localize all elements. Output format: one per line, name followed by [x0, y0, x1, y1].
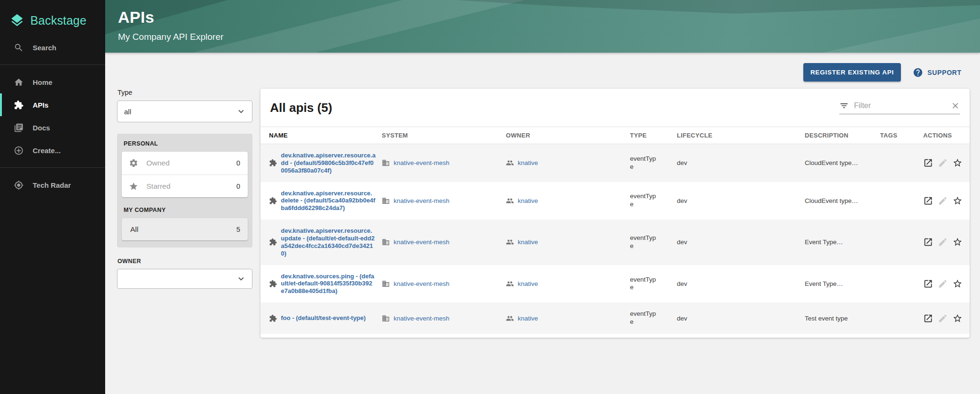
column-header-name[interactable]: NAME [261, 127, 382, 144]
edit-pencil-icon[interactable] [938, 196, 948, 206]
description-cell: CloudEvent type… [805, 182, 880, 220]
owner-group-icon [506, 159, 514, 167]
page-title: APIs [118, 8, 980, 27]
docs-icon [14, 123, 24, 133]
column-header-description[interactable]: DESCRIPTION [805, 127, 880, 144]
owner-link[interactable]: knative [518, 238, 538, 246]
clear-filter-icon[interactable] [951, 101, 960, 110]
tags-cell [880, 220, 923, 265]
api-name-link[interactable]: foo - (default/test-event-type) [281, 314, 376, 322]
owner-group-icon [506, 280, 514, 288]
table-filter-field [839, 101, 960, 114]
type-cell: eventType [630, 144, 677, 182]
system-domain-icon [382, 159, 390, 167]
description-cell: Event Type… [805, 220, 880, 265]
register-existing-api-button[interactable]: REGISTER EXISTING API [803, 63, 901, 82]
sidebar-item-tech-radar[interactable]: Tech Radar [0, 174, 105, 196]
column-header-system[interactable]: SYSTEM [382, 127, 506, 144]
owner-group-icon [506, 314, 514, 322]
filter-starred[interactable]: Starred 0 [122, 174, 248, 197]
owner-link[interactable]: knative [518, 280, 538, 287]
system-link[interactable]: knative-event-mesh [394, 238, 450, 246]
sidebar-item-search[interactable]: Search [0, 36, 105, 59]
open-in-new-icon[interactable] [923, 313, 933, 323]
filter-owned[interactable]: Owned 0 [122, 152, 248, 174]
star-outline-icon[interactable] [953, 237, 962, 247]
api-puzzle-icon [269, 197, 277, 205]
edit-pencil-icon[interactable] [938, 158, 948, 168]
lifecycle-cell: dev [677, 265, 805, 303]
owner-link[interactable]: knative [518, 159, 538, 166]
column-header-type[interactable]: TYPE [630, 127, 677, 144]
table-row: dev.knative.apiserver.resource.add - (de… [261, 144, 970, 182]
chevron-down-icon [236, 106, 246, 117]
star-outline-icon[interactable] [953, 196, 962, 206]
home-icon [14, 77, 24, 87]
type-filter-select[interactable]: all [117, 101, 252, 122]
logo-wordmark: Backstage [30, 14, 87, 27]
sidebar-divider [0, 64, 105, 65]
open-in-new-icon[interactable] [923, 196, 933, 206]
lifecycle-cell: dev [677, 302, 805, 334]
star-outline-icon[interactable] [953, 313, 962, 323]
sidebar: Backstage Search Home APIs Docs Create..… [0, 0, 105, 394]
type-filter-label: Type [117, 89, 252, 96]
all-label: All [130, 225, 138, 234]
api-name-link[interactable]: dev.knative.apiserver.resource.delete - … [281, 190, 376, 212]
open-in-new-icon[interactable] [923, 237, 933, 247]
content-area: REGISTER EXISTING API SUPPORT Type all P… [105, 53, 980, 394]
backstage-app: Backstage Search Home APIs Docs Create..… [0, 0, 980, 394]
plus-circle-icon [14, 146, 24, 156]
open-in-new-icon[interactable] [923, 158, 933, 168]
page-header: APIs My Company API Explorer [105, 0, 980, 53]
owner-filter-select[interactable] [117, 269, 252, 289]
api-name-link[interactable]: dev.knative.apiserver.resource.add - (de… [281, 152, 376, 174]
column-header-tags[interactable]: TAGS [880, 127, 923, 144]
search-icon [14, 43, 24, 53]
api-puzzle-icon [269, 314, 277, 322]
sidebar-item-label: Search [33, 44, 56, 52]
type-cell: eventType [630, 302, 677, 334]
star-outline-icon[interactable] [953, 158, 962, 168]
table-row: foo - (default/test-event-type) knative-… [261, 302, 970, 334]
star-outline-icon[interactable] [953, 279, 962, 289]
api-name-link[interactable]: dev.knative.apiserver.resource.update - … [281, 227, 376, 257]
toolbar: REGISTER EXISTING API SUPPORT [105, 53, 980, 82]
owner-link[interactable]: knative [518, 315, 538, 322]
system-link[interactable]: knative-event-mesh [394, 315, 450, 322]
system-link[interactable]: knative-event-mesh [394, 197, 450, 204]
description-cell: CloudEvent type… [805, 144, 880, 182]
tags-cell [880, 302, 923, 334]
support-button[interactable]: SUPPORT [913, 67, 962, 78]
owner-link[interactable]: knative [518, 197, 538, 204]
edit-pencil-icon[interactable] [938, 237, 948, 247]
table-row: dev.knative.apiserver.resource.delete - … [261, 182, 970, 220]
api-puzzle-icon [269, 159, 277, 167]
system-link[interactable]: knative-event-mesh [394, 159, 450, 166]
api-name-link[interactable]: dev.knative.sources.ping - (default/et-d… [281, 273, 376, 295]
column-header-owner[interactable]: OWNER [506, 127, 630, 144]
sidebar-item-home[interactable]: Home [0, 71, 105, 93]
sidebar-item-apis[interactable]: APIs [0, 93, 105, 116]
owner-filter-label: OWNER [117, 258, 252, 265]
sidebar-item-create[interactable]: Create... [0, 139, 105, 162]
column-header-lifecycle[interactable]: LIFECYCLE [677, 127, 805, 144]
filter-panel: Type all PERSONAL Owned 0 [117, 89, 252, 289]
system-domain-icon [382, 280, 390, 288]
description-cell: Test event type [805, 302, 880, 334]
table-header: All apis (5) [261, 89, 970, 127]
sidebar-nav: Home APIs Docs Create... [0, 71, 105, 162]
edit-pencil-icon[interactable] [938, 279, 948, 289]
api-puzzle-icon [269, 280, 277, 288]
sidebar-item-docs[interactable]: Docs [0, 116, 105, 139]
open-in-new-icon[interactable] [923, 279, 933, 289]
filter-all[interactable]: All 5 [122, 218, 248, 240]
owner-group-icon [506, 238, 514, 246]
edit-pencil-icon[interactable] [938, 313, 948, 323]
backstage-logo[interactable]: Backstage [0, 0, 105, 29]
table-row: dev.knative.apiserver.resource.update - … [261, 220, 970, 265]
table-filter-input[interactable] [854, 101, 945, 110]
puzzle-icon [14, 100, 24, 110]
system-link[interactable]: knative-event-mesh [394, 280, 450, 287]
personal-card: Owned 0 Starred 0 [122, 152, 248, 197]
